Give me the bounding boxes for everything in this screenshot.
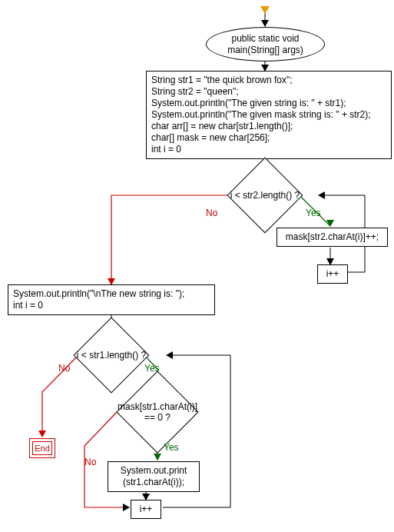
mask-stmt: mask[str2.charAt(i)]++; <box>276 228 388 247</box>
cond1-no-label: No <box>206 208 217 218</box>
cond3-line1: mask[str1.charAt(i)] <box>118 401 197 412</box>
cond3-yes-label: Yes <box>164 442 179 453</box>
cond2-label: i < str1.length() ? <box>77 350 146 361</box>
init-line: String str2 = "queen"; <box>151 86 386 98</box>
print-stmt: System.out.print (str1.charAt(i)); <box>108 461 200 492</box>
cond1-label: i < str2.length() ? <box>230 190 300 201</box>
arrow-icon <box>38 431 46 437</box>
arrow-icon <box>123 504 130 511</box>
print-header-block: System.out.println("\nThe new string is:… <box>8 284 215 315</box>
inc2-box: i++ <box>131 500 161 519</box>
print-stmt-line2: (str1.charAt(i)); <box>113 477 194 488</box>
cond1-diamond: i < str2.length() ? <box>238 168 292 222</box>
arrow-icon <box>166 351 173 359</box>
print-stmt-line1: System.out.print <box>113 465 194 477</box>
init-line: System.out.println("The given string is:… <box>151 98 386 109</box>
cond3-no-label: No <box>84 457 96 467</box>
init-line: char[] mask = new char[256]; <box>151 132 386 144</box>
inc1-box: i++ <box>317 264 348 284</box>
flowchart-canvas: public static void main(String[] args) S… <box>0 0 394 532</box>
init-block: String str1 = "the quick brown fox"; Str… <box>146 71 392 159</box>
end-node: End <box>29 438 55 458</box>
inc1-label: i++ <box>326 268 339 279</box>
arrow-icon <box>261 20 269 27</box>
inc2-label: i++ <box>140 504 153 514</box>
init-line: int i = 0 <box>151 144 386 155</box>
cond3-line2: == 0 ? <box>144 412 171 423</box>
init-line: char arr[] = new char[str1.length()]; <box>151 121 386 132</box>
start-node: public static void main(String[] args) <box>206 27 325 62</box>
cond3-label: mask[str1.charAt(i)] == 0 ? <box>108 401 207 424</box>
start-label: public static void main(String[] args) <box>227 33 303 56</box>
arrow-icon <box>154 454 161 461</box>
arrow-icon <box>318 191 325 199</box>
init-line: String str1 = "the quick brown fox"; <box>151 75 386 86</box>
cond2-no-label: No <box>58 363 70 374</box>
arrow-icon <box>326 220 334 227</box>
start-arrow-icon <box>260 6 270 14</box>
cond2-diamond: i < str1.length() ? <box>84 328 138 382</box>
mask-stmt-label: mask[str2.charAt(i)]++; <box>286 231 379 242</box>
end-label: End <box>35 444 50 453</box>
init-line: System.out.println("The given mask strin… <box>151 109 386 121</box>
print-header-line: System.out.println("\nThe new string is:… <box>13 288 210 300</box>
cond1-yes-label: Yes <box>306 208 321 218</box>
cond3-diamond: mask[str1.charAt(i)] == 0 ? <box>128 383 187 441</box>
print-header-line: int i = 0 <box>13 300 210 311</box>
